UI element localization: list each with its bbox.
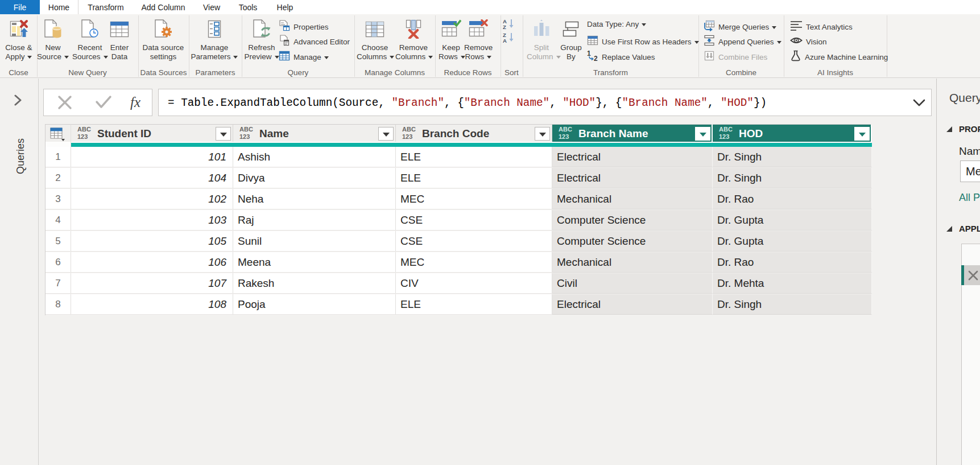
- svg-text:Z: Z: [503, 24, 506, 30]
- svg-text:A: A: [503, 38, 507, 43]
- svg-text:2: 2: [594, 55, 598, 61]
- svg-text:fx: fx: [130, 94, 140, 110]
